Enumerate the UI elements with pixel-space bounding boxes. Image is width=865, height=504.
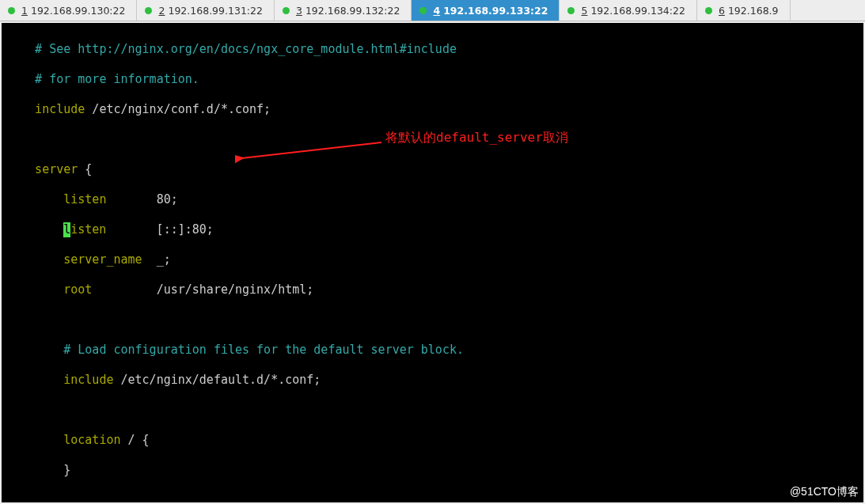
tab-num: 1: [21, 5, 28, 17]
code-comment: # Load configuration files for the defau…: [6, 343, 464, 357]
tab-label: 192.168.99.133:22: [443, 5, 548, 17]
tab-3[interactable]: 3 192.168.99.132:22: [275, 0, 412, 21]
status-dot-icon: [419, 7, 427, 14]
terminal-editor[interactable]: # See http://nginx.org/en/docs/ngx_core_…: [2, 23, 863, 502]
tab-label: 192.168.99.131:22: [168, 5, 263, 17]
code-kw: listen: [6, 222, 106, 237]
tab-num: 6: [719, 5, 725, 17]
tab-label: 192.168.99.130:22: [31, 5, 126, 17]
code-kw: location: [6, 433, 121, 447]
code-kw: root: [6, 282, 92, 297]
code-kw: server: [6, 162, 78, 176]
tab-2[interactable]: 2 192.168.99.131:22: [137, 0, 274, 21]
tab-num: 3: [296, 5, 302, 17]
code-text: {: [78, 162, 92, 176]
tab-5[interactable]: 5 192.168.99.134:22: [560, 0, 696, 21]
watermark: @51CTO博客: [790, 484, 859, 499]
code-text: /etc/nginx/default.d/*.conf;: [113, 373, 321, 387]
tab-label: 192.168.99.134:22: [590, 5, 685, 17]
code-text: 80;: [106, 192, 177, 207]
status-dot-icon: [145, 7, 152, 14]
annotation-label: 将默认的default_server取消: [385, 130, 568, 145]
code-text: }: [6, 463, 70, 477]
code-kw: listen: [6, 192, 106, 207]
tab-1[interactable]: 1 192.168.99.130:22: [0, 0, 137, 21]
status-dot-icon: [283, 7, 290, 14]
tab-num: 2: [158, 5, 165, 17]
code-text: [::]:80;: [106, 222, 213, 237]
code-kw: include: [6, 373, 113, 387]
status-dot-icon: [8, 7, 15, 14]
tab-label: 192.168.9: [728, 5, 779, 17]
tab-bar: 1 192.168.99.130:22 2 192.168.99.131:22 …: [0, 0, 865, 21]
code-text: _;: [142, 252, 171, 267]
code-kw: server_name: [6, 252, 142, 267]
tab-label: 192.168.99.132:22: [305, 5, 400, 17]
tab-num: 5: [581, 5, 587, 17]
code-text: / {: [121, 433, 150, 447]
status-dot-icon: [705, 7, 712, 14]
status-dot-icon: [567, 7, 575, 14]
cursor: l: [63, 222, 70, 237]
tab-4[interactable]: 4 192.168.99.133:22: [412, 0, 560, 21]
tab-6[interactable]: 6 192.168.9: [697, 0, 791, 21]
code-kw: include: [6, 102, 85, 116]
code-text: /usr/share/nginx/html;: [92, 282, 313, 297]
code-text: /etc/nginx/conf.d/*.conf;: [85, 102, 271, 116]
tab-num: 4: [433, 5, 440, 17]
code-comment: # for more information.: [6, 72, 199, 86]
code-comment: # See http://nginx.org/en/docs/ngx_core_…: [6, 42, 457, 56]
